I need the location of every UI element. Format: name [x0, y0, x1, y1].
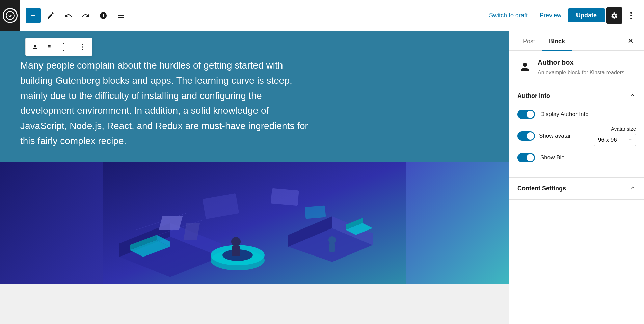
add-block-button[interactable]	[26, 8, 41, 23]
svg-point-5	[82, 44, 83, 45]
show-avatar-row: Show avatar Avatar size 48 x 48 64 x 64 …	[517, 126, 636, 146]
display-author-info-label: Display Author Info	[540, 111, 589, 118]
block-info-title: Author box	[538, 59, 624, 66]
move-down-button[interactable]	[57, 47, 70, 54]
content-text: Many people complain about the hurdles o…	[20, 58, 311, 149]
svg-point-20	[231, 237, 241, 246]
block-icon	[517, 59, 532, 74]
main-area: Many people complain about the hurdles o…	[0, 31, 644, 324]
author-info-title: Author Info	[517, 92, 550, 100]
editor-area[interactable]: Many people complain about the hurdles o…	[0, 31, 509, 324]
info-button[interactable]	[96, 8, 111, 23]
preview-button[interactable]: Preview	[534, 9, 567, 22]
svg-point-2	[630, 12, 632, 14]
svg-rect-31	[305, 205, 326, 219]
block-toolbar	[25, 38, 92, 56]
toolbar-right: Switch to draft Preview Update	[484, 7, 639, 24]
avatar-row-left: Show avatar	[517, 131, 571, 141]
block-info-description: An example block for Kinsta readers	[538, 69, 624, 77]
author-info-panel: Author Info Display Author Info Show ava…	[509, 85, 644, 178]
tab-post[interactable]: Post	[516, 31, 542, 50]
block-type-button[interactable]	[28, 40, 42, 54]
svg-point-27	[328, 236, 336, 244]
show-avatar-label: Show avatar	[539, 133, 571, 139]
svg-rect-30	[271, 188, 299, 206]
move-up-button[interactable]	[57, 39, 70, 47]
content-settings-chevron-icon	[629, 184, 636, 193]
display-author-info-row: Display Author Info	[517, 110, 636, 119]
block-info-text: Author box An example block for Kinsta r…	[538, 59, 624, 77]
drag-handle-button[interactable]	[43, 40, 56, 54]
avatar-size-control: Avatar size 48 x 48 64 x 64 96 x 96 128 …	[594, 126, 636, 146]
sidebar-close-button[interactable]: ✕	[624, 34, 637, 48]
sidebar-tabs: Post Block ✕	[509, 31, 644, 51]
list-view-button[interactable]	[113, 8, 128, 23]
show-bio-toggle[interactable]	[517, 153, 535, 162]
display-author-info-toggle[interactable]	[517, 110, 535, 119]
svg-point-7	[82, 49, 83, 50]
undo-button[interactable]	[61, 8, 76, 23]
wp-logo-circle: W	[3, 8, 18, 23]
main-toolbar: W Switch to draft Preview Update	[0, 0, 644, 31]
tab-block[interactable]: Block	[542, 31, 572, 50]
update-button[interactable]: Update	[568, 8, 605, 22]
author-info-chevron-icon	[629, 92, 636, 100]
edit-mode-button[interactable]	[43, 8, 58, 23]
settings-button[interactable]	[606, 7, 622, 24]
svg-point-6	[82, 46, 83, 47]
block-tool-group-1	[26, 38, 73, 56]
svg-point-4	[630, 18, 632, 19]
svg-point-3	[630, 15, 632, 16]
block-tool-group-2	[73, 38, 92, 56]
svg-text:W: W	[8, 14, 12, 18]
avatar-size-label: Avatar size	[611, 126, 636, 132]
wp-logo[interactable]: W	[0, 0, 20, 31]
redo-button[interactable]	[78, 8, 93, 23]
avatar-size-select[interactable]: 48 x 48 64 x 64 96 x 96 128 x 128	[594, 134, 636, 146]
show-avatar-toggle[interactable]	[517, 131, 535, 141]
author-info-header[interactable]: Author Info	[509, 85, 644, 107]
image-block[interactable]	[0, 162, 509, 284]
content-settings-title: Content Settings	[517, 185, 566, 192]
svg-rect-21	[232, 246, 240, 256]
right-sidebar: Post Block ✕ Author box An example block…	[509, 31, 644, 324]
author-info-content: Display Author Info Show avatar Avatar s…	[509, 107, 644, 177]
show-bio-label: Show Bio	[540, 154, 565, 161]
content-settings-header[interactable]: Content Settings	[509, 178, 644, 199]
svg-rect-28	[329, 243, 335, 252]
block-info-section: Author box An example block for Kinsta r…	[509, 51, 644, 85]
content-settings-panel: Content Settings	[509, 178, 644, 200]
switch-to-draft-button[interactable]: Switch to draft	[484, 9, 533, 22]
more-options-button[interactable]	[624, 8, 639, 23]
block-more-button[interactable]	[76, 40, 89, 54]
show-bio-row: Show Bio	[517, 153, 636, 162]
